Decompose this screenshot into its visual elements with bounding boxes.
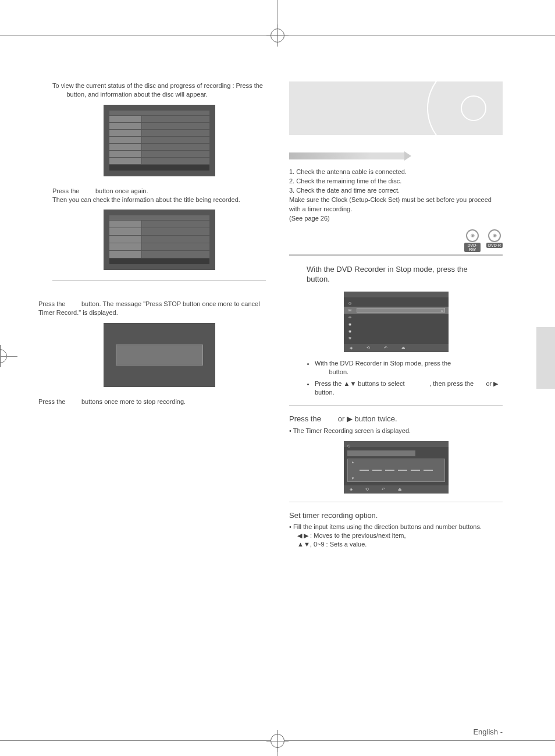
- disc-type-badges: ◉ DVD-RW ◉ DVD-R: [289, 229, 503, 252]
- text: To view the current status of the disc a…: [52, 82, 263, 89]
- button-placeholder: [469, 265, 489, 274]
- crop-mark: [0, 356, 17, 357]
- page-footer: English -: [473, 727, 503, 736]
- text: , then press the: [429, 380, 475, 387]
- stop-message-paragraph: Press the button. The message "Press STO…: [38, 300, 266, 317]
- nav-hint-icon: ↶: [384, 346, 387, 350]
- button-placeholder: [81, 187, 94, 194]
- stop-again-paragraph: Press the buttons once more to stop reco…: [38, 397, 266, 406]
- disc-icon: ◉: [488, 229, 501, 242]
- arrow-strip-icon: [289, 152, 405, 159]
- chevron-up-icon: ▲: [351, 460, 355, 464]
- list-item: 2. Check the remaining time of the disc.: [289, 177, 503, 186]
- osd-screenshot-timer: ◷ ▲ ▼ ◈ ⟲ ↶ ⏏: [344, 441, 449, 494]
- disc-status-paragraph: To view the current status of the disc a…: [52, 81, 266, 99]
- text: buttons once more to stop recording.: [80, 398, 186, 405]
- disc-icon: ◉: [347, 322, 353, 326]
- nav-hint-icon: ⟲: [365, 487, 369, 492]
- text: Press the: [38, 398, 67, 405]
- crop-mark: [278, 740, 555, 741]
- step-1-notes: With the DVD Recorder in Stop mode, pres…: [307, 359, 503, 397]
- step-3-body: • Fill the input items using the directi…: [289, 523, 503, 549]
- list-item: 1. Check the antenna cable is connected.: [289, 168, 503, 177]
- step-1-heading: With the DVD Recorder in Stop mode, pres…: [307, 264, 503, 285]
- note-text: Make sure the Clock (Setup-Clock Set) mu…: [289, 196, 503, 214]
- record-icon: ◉: [347, 329, 353, 333]
- osd-screenshot-menu: ◷ ⊞▸ ⇔ ◉ ◉ ✿ ◈ ⟲ ↶ ⏏: [344, 292, 449, 352]
- text: button.: [327, 368, 348, 375]
- text: With the DVD Recorder in Stop mode, pres…: [307, 265, 469, 274]
- blank-placeholder: [407, 380, 430, 387]
- chevron-down-icon: ▼: [351, 477, 355, 480]
- text: button once again.: [94, 187, 148, 194]
- note-text: (See page 26): [289, 214, 503, 223]
- step-3-heading: Set timer recording option.: [289, 510, 503, 521]
- button-placeholder: [475, 380, 484, 387]
- separator: [52, 281, 266, 281]
- osd-screenshot-stop-message: [104, 323, 215, 387]
- section-tab: [536, 327, 555, 389]
- list-item: With the DVD Recorder in Stop mode, pres…: [315, 359, 503, 377]
- nav-hint-icon: ⏏: [398, 487, 402, 492]
- button-placeholder: [67, 300, 80, 307]
- crop-mark: [0, 740, 277, 741]
- message-box: [116, 345, 203, 365]
- separator: [289, 254, 503, 256]
- prerequisites-list: 1. Check the antenna cable is connected.…: [289, 168, 503, 223]
- disc-icon: ◉: [466, 229, 479, 242]
- step-2-sub: • The Timer Recording screen is displaye…: [289, 427, 503, 435]
- text: button.: [307, 275, 330, 283]
- section-banner: [289, 81, 503, 135]
- text: Press the: [38, 300, 67, 307]
- right-column: 1. Check the antenna cable is connected.…: [289, 81, 503, 549]
- text: With the DVD Recorder in Stop mode, pres…: [315, 360, 451, 367]
- step-2-heading: Press the or ▶ button twice.: [289, 414, 503, 424]
- text: or ▶ button twice.: [336, 414, 397, 423]
- disc-icon: [427, 81, 503, 135]
- list-item: Press the ▲▼ buttons to select , then pr…: [315, 379, 503, 397]
- dvd-rw-badge: ◉ DVD-RW: [464, 229, 481, 252]
- list-item: 3. Check the date and time are correct.: [289, 186, 503, 196]
- clock-icon: ◷: [347, 301, 353, 305]
- text: ◀ ▶ : Moves to the previous/next item,: [297, 531, 503, 540]
- badge-label: DVD-R: [486, 243, 503, 248]
- osd-screenshot-disc-info: [104, 105, 215, 176]
- text: • Fill the input items using the directi…: [294, 523, 503, 531]
- gear-icon: ✿: [347, 336, 353, 340]
- osd-screenshot-title-info: [104, 210, 215, 270]
- button-placeholder: [323, 414, 336, 423]
- separator: [289, 502, 503, 502]
- button-placeholder: [52, 91, 65, 98]
- nav-icon: ⇔: [347, 315, 353, 319]
- text: ▲▼, 0~9 : Sets a value.: [297, 540, 503, 549]
- button-placeholder: [67, 398, 80, 405]
- nav-hint-icon: ⏏: [401, 346, 405, 350]
- menu-selection: ▸: [357, 308, 445, 313]
- nav-hint-icon: ◈: [350, 487, 353, 492]
- nav-hint-icon: ⟲: [367, 346, 370, 350]
- badge-label: DVD-RW: [464, 243, 481, 252]
- text: Press the ▲▼ buttons to select: [315, 380, 407, 387]
- left-column: To view the current status of the disc a…: [52, 81, 266, 549]
- separator: [289, 405, 503, 406]
- text: button, and information about the disc w…: [65, 91, 207, 98]
- list-icon: ⊞: [347, 308, 353, 312]
- text: Then you can check the information about…: [52, 196, 240, 203]
- page-content: To view the current status of the disc a…: [17, 36, 538, 740]
- title-info-paragraph: Press the button once again. Then you ca…: [52, 187, 266, 204]
- text: Press the: [289, 414, 323, 423]
- dvd-r-badge: ◉ DVD-R: [486, 229, 503, 252]
- nav-hint-icon: ◈: [350, 346, 353, 350]
- text: Press the: [52, 187, 81, 194]
- clock-icon: ◷: [344, 444, 350, 448]
- nav-hint-icon: ↶: [382, 487, 385, 492]
